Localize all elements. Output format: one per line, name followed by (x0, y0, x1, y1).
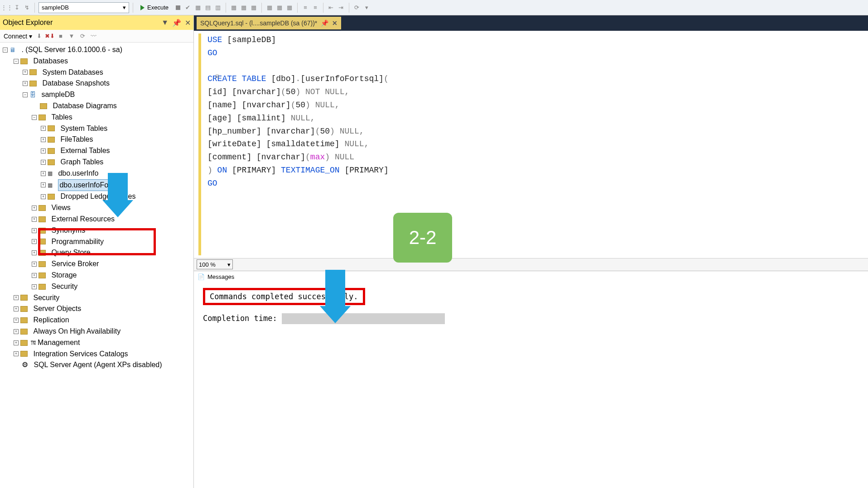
expand-icon[interactable]: + (41, 182, 46, 187)
security-node[interactable]: Security (33, 292, 59, 304)
collapse-icon[interactable]: − (23, 92, 28, 97)
collapse-icon[interactable]: − (14, 59, 19, 64)
refresh-icon[interactable]: ⟳ (78, 32, 87, 40)
expand-icon[interactable]: + (23, 70, 28, 75)
chevron-down-icon[interactable]: ▾ (363, 4, 371, 12)
expand-icon[interactable]: + (14, 295, 19, 300)
sql-agent-node[interactable]: SQL Server Agent (Agent XPs disabled) (34, 359, 162, 371)
sampledb-node[interactable]: sampleDB (41, 89, 75, 100)
fold-icon[interactable]: ⊟ (216, 72, 219, 81)
database-snapshots-node[interactable]: Database Snapshots (42, 78, 110, 89)
indent-right-icon[interactable]: ≡ (311, 4, 319, 12)
table-userinfo-node[interactable]: dbo.userInfo (58, 168, 98, 179)
expand-icon[interactable]: + (32, 273, 37, 278)
expand-icon[interactable]: + (32, 250, 37, 255)
collapse-icon[interactable]: − (32, 115, 37, 120)
toolbar-icon[interactable]: ▦ (230, 4, 238, 12)
expand-icon[interactable]: + (14, 340, 19, 345)
toolbar-icon[interactable]: ▦ (250, 4, 258, 12)
integration-node[interactable]: Integration Services Catalogs (33, 349, 128, 360)
stop-button[interactable] (174, 4, 182, 12)
close-icon[interactable]: ✕ (185, 19, 191, 27)
toolbar-icon[interactable]: ▦ (285, 4, 294, 12)
dropped-ledger-node[interactable]: Dropped Ledger Tables (60, 191, 135, 202)
programmability-node[interactable]: Programmability (51, 236, 104, 248)
tables-node[interactable]: Tables (51, 112, 72, 123)
pin-icon[interactable]: 📌 (172, 19, 181, 27)
synonyms-node[interactable]: Synonyms (51, 225, 85, 236)
toolbar-icon[interactable]: ⋮⋮ (3, 4, 11, 12)
pin-icon[interactable]: 📌 (321, 19, 328, 27)
connect-icon[interactable]: ⬇ (35, 32, 43, 40)
expand-icon[interactable]: + (32, 284, 37, 289)
expand-icon[interactable]: + (14, 351, 19, 356)
close-tab-icon[interactable]: ✕ (332, 19, 338, 27)
expand-icon[interactable]: + (41, 194, 46, 199)
expand-icon[interactable]: + (23, 81, 28, 86)
zoom-select[interactable]: 100 % ▾ (197, 259, 233, 269)
object-tree[interactable]: − 🖥 . (SQL Server 16.0.1000.6 - sa) − Da… (0, 43, 193, 373)
expand-icon[interactable]: + (32, 217, 37, 222)
expand-icon[interactable]: + (41, 137, 46, 142)
always-on-node[interactable]: Always On High Availability (33, 326, 121, 337)
sql-editor[interactable]: USE [sampleDB] GO ⊟CREATE TABLE [dbo].[u… (194, 31, 868, 258)
databases-node[interactable]: Databases (33, 56, 68, 67)
expand-icon[interactable]: + (14, 329, 19, 334)
expand-icon[interactable]: + (41, 148, 46, 153)
toolbar-icon[interactable]: ▥ (214, 4, 222, 12)
collapse-icon[interactable]: − (3, 48, 8, 53)
messages-tab-header[interactable]: 📄 Messages (194, 271, 868, 282)
disconnect-icon[interactable]: ✖⬇ (46, 32, 54, 40)
expand-icon[interactable]: + (41, 126, 46, 131)
server-node[interactable]: . (SQL Server 16.0.1000.6 - sa) (21, 44, 122, 56)
toolbar-icon[interactable]: ▦ (265, 4, 274, 12)
object-explorer-header: Object Explorer ▼ 📌 ✕ (0, 15, 193, 30)
indent-left-icon[interactable]: ≡ (301, 4, 309, 12)
service-broker-node[interactable]: Service Broker (51, 258, 99, 270)
expand-icon[interactable]: + (14, 318, 19, 323)
replication-node[interactable]: Replication (33, 315, 69, 326)
toolbar-icon[interactable]: ▦ (194, 4, 202, 12)
folder-icon (29, 81, 37, 86)
activity-icon[interactable]: 〰 (89, 32, 97, 40)
indent-icon[interactable]: ⇥ (337, 4, 345, 12)
execute-button[interactable]: Execute (137, 3, 172, 12)
folder-icon (20, 317, 28, 323)
toolbar-icon[interactable]: ▤ (204, 4, 212, 12)
expand-icon[interactable]: + (14, 306, 19, 311)
storage-node[interactable]: Storage (51, 270, 77, 281)
external-tables-node[interactable]: External Tables (60, 145, 110, 157)
system-databases-node[interactable]: System Databases (42, 67, 103, 78)
db-security-node[interactable]: Security (51, 281, 77, 292)
table-userinfofortsql-node[interactable]: dbo.userInfoFortsql (58, 179, 123, 191)
server-objects-node[interactable]: Server Objects (33, 303, 81, 315)
expand-icon[interactable]: + (32, 206, 37, 211)
filter-icon[interactable]: ▼ (68, 32, 76, 40)
dropdown-icon[interactable]: ▼ (161, 19, 169, 27)
database-diagrams-node[interactable]: Database Diagrams (53, 100, 116, 112)
database-select[interactable]: sampleDB ▾ (39, 2, 129, 13)
parse-button[interactable]: ✔ (184, 4, 192, 12)
toolbar-icon[interactable]: ↧ (13, 4, 21, 12)
expand-icon[interactable]: + (32, 228, 37, 233)
server-icon: 🖥 (10, 45, 16, 55)
toolbar-icon[interactable]: ⟳ (353, 4, 361, 12)
graph-tables-node[interactable]: Graph Tables (60, 157, 103, 168)
system-tables-node[interactable]: System Tables (60, 123, 107, 134)
file-tables-node[interactable]: FileTables (60, 134, 93, 145)
toolbar-icon[interactable]: ↯ (23, 4, 31, 12)
toolbar-icon[interactable]: ▦ (275, 4, 284, 12)
views-node[interactable]: Views (51, 202, 70, 214)
connect-button[interactable]: Connect ▾ (4, 33, 32, 40)
expand-icon[interactable]: + (32, 262, 37, 267)
query-store-node[interactable]: Query Store (51, 247, 90, 258)
expand-icon[interactable]: + (41, 171, 46, 176)
expand-icon[interactable]: + (32, 239, 37, 244)
outdent-icon[interactable]: ⇤ (327, 4, 335, 12)
toolbar-icon[interactable]: ▦ (240, 4, 248, 12)
management-node[interactable]: Management (38, 337, 80, 349)
expand-icon[interactable]: + (41, 160, 46, 165)
query-tab[interactable]: SQLQuery1.sql - (l....sampleDB (sa (67))… (197, 17, 341, 29)
stop-icon[interactable]: ■ (57, 32, 65, 40)
external-resources-node[interactable]: External Resources (51, 214, 115, 225)
